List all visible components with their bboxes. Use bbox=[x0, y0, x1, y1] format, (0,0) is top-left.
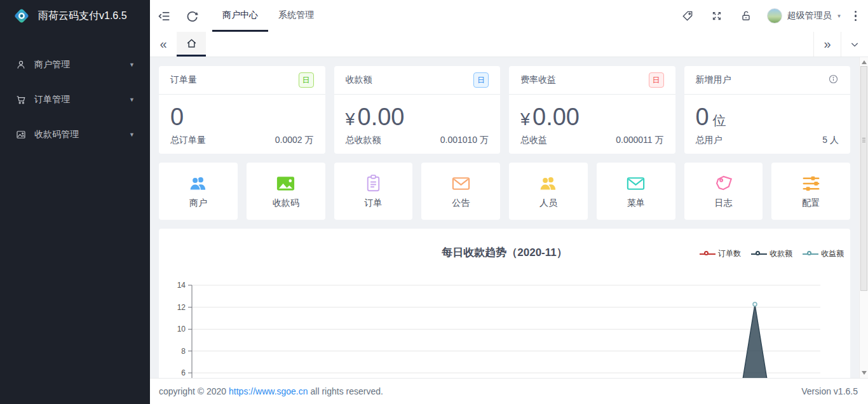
fullscreen-icon[interactable] bbox=[702, 0, 731, 32]
sidebar-item-label: 商户管理 bbox=[34, 59, 129, 71]
tab-merchant-center[interactable]: 商户中心 bbox=[212, 0, 268, 32]
menu-fold-icon[interactable] bbox=[150, 0, 178, 32]
app-title: 雨荷云码支付v1.6.5 bbox=[38, 10, 127, 23]
shortcut-menus[interactable]: 菜单 bbox=[597, 163, 675, 220]
shortcut-settings[interactable]: 配置 bbox=[771, 163, 850, 220]
legend-item-payments[interactable]: 收款额 bbox=[751, 248, 792, 259]
chevron-down-icon: ▼ bbox=[129, 131, 135, 138]
stat-footer-label: 总收款额 bbox=[346, 135, 381, 146]
header: 商户中心 系统管理 超级管理员 ▼ bbox=[150, 0, 868, 32]
image-icon bbox=[275, 174, 296, 193]
tab-home[interactable] bbox=[177, 32, 206, 57]
legend-marker bbox=[803, 251, 818, 257]
shortcut-label: 订单 bbox=[364, 198, 382, 209]
sliders-icon bbox=[801, 174, 822, 193]
pricetag-icon bbox=[713, 174, 734, 193]
trend-chart-plot: 14 12 10 8 6 bbox=[159, 278, 848, 378]
sidebar-item-label: 收款码管理 bbox=[34, 129, 129, 140]
legend-item-income[interactable]: 收益额 bbox=[803, 248, 844, 259]
mail-icon bbox=[625, 174, 646, 193]
shortcut-merchants[interactable]: 商户 bbox=[159, 163, 238, 220]
image-icon bbox=[15, 129, 27, 140]
shortcut-label: 公告 bbox=[452, 198, 470, 209]
cart-icon bbox=[15, 94, 27, 105]
person-icon bbox=[15, 59, 27, 71]
scrollbar-grip bbox=[862, 138, 865, 142]
svg-text:10: 10 bbox=[177, 325, 186, 333]
scroll-down-arrow[interactable] bbox=[862, 371, 867, 375]
chevron-down-icon[interactable] bbox=[841, 32, 868, 57]
user-name: 超级管理员 bbox=[787, 10, 832, 22]
day-badge: 日 bbox=[473, 72, 489, 88]
stat-footer-value: 0.001010 万 bbox=[440, 135, 489, 146]
app-logo-icon bbox=[13, 7, 31, 25]
scrollbar-thumb[interactable] bbox=[860, 66, 867, 291]
sidebar-item-merchant-management[interactable]: 商户管理 ▼ bbox=[0, 47, 150, 82]
shortcut-announcements[interactable]: 公告 bbox=[421, 163, 500, 220]
stat-footer-value: 5 人 bbox=[822, 135, 839, 146]
daily-trend-chart-card: 每日收款趋势（2020-11） 订单数 收款额 收益额 bbox=[159, 229, 850, 378]
copyright-suffix: all rights reserved. bbox=[311, 386, 383, 396]
stat-footer-label: 总订单量 bbox=[170, 135, 206, 146]
footer-link[interactable]: https://www.sgoe.cn bbox=[229, 386, 308, 396]
legend-item-orders[interactable]: 订单数 bbox=[700, 248, 741, 259]
shortcut-row: 商户 收款码 订单 公告 人员 bbox=[159, 163, 850, 220]
stat-card-收款额: 收款额 日 ¥0.00 总收款额 0.001010 万 bbox=[334, 66, 501, 154]
stat-card-new-users: 新增用户 0位 总用户 5 人 bbox=[684, 66, 851, 154]
chart-legend: 订单数 收款额 收益额 bbox=[700, 248, 844, 259]
svg-text:12: 12 bbox=[177, 303, 186, 312]
header-spacer bbox=[324, 0, 673, 32]
main-content: 订单量 日 0 总订单量 0.0002 万 收款额 日 ¥0.00 总收款额 0… bbox=[150, 57, 859, 378]
pricetag-icon[interactable] bbox=[673, 0, 702, 32]
chevrons-left-icon[interactable]: « bbox=[150, 32, 177, 57]
user-menu[interactable]: 超级管理员 ▼ bbox=[761, 0, 848, 32]
clipboard-icon bbox=[363, 174, 384, 193]
legend-marker bbox=[700, 251, 715, 257]
sidebar-item-qrcode-management[interactable]: 收款码管理 ▼ bbox=[0, 117, 150, 152]
chevron-down-icon: ▼ bbox=[129, 97, 135, 103]
stat-footer-value: 0.000011 万 bbox=[616, 135, 663, 146]
shortcut-qrcode[interactable]: 收款码 bbox=[247, 163, 325, 220]
copyright-text: copyright © 2020 bbox=[159, 386, 226, 396]
tab-system-management[interactable]: 系统管理 bbox=[268, 0, 324, 32]
stat-title: 新增用户 bbox=[696, 74, 731, 86]
mail-icon bbox=[451, 174, 471, 193]
header-nav-tabs: 商户中心 系统管理 bbox=[212, 0, 324, 32]
shortcut-orders[interactable]: 订单 bbox=[334, 163, 413, 220]
shortcut-staff[interactable]: 人员 bbox=[509, 163, 588, 220]
sidebar-item-label: 订单管理 bbox=[34, 94, 129, 105]
sidebar-item-order-management[interactable]: 订单管理 ▼ bbox=[0, 82, 150, 117]
stat-card-orders: 订单量 日 0 总订单量 0.0002 万 bbox=[159, 66, 325, 154]
chevron-down-icon: ▼ bbox=[837, 13, 842, 19]
avatar bbox=[767, 8, 782, 24]
app-logo-row: 雨荷云码支付v1.6.5 bbox=[0, 0, 150, 32]
data-spike-area bbox=[742, 304, 768, 378]
more-vertical-icon[interactable] bbox=[848, 11, 868, 22]
home-icon bbox=[186, 37, 198, 50]
shortcut-logs[interactable]: 日志 bbox=[684, 163, 763, 220]
version-label: Version v1.6.5 bbox=[801, 386, 858, 396]
chevron-down-icon: ▼ bbox=[129, 62, 135, 68]
shortcut-label: 菜单 bbox=[627, 198, 645, 209]
stat-value: ¥0.00 bbox=[334, 95, 501, 130]
scroll-up-arrow[interactable] bbox=[862, 60, 867, 64]
day-badge: 日 bbox=[649, 72, 664, 88]
stat-card-fee-income: 费率收益 日 ¥0.00 总收益 0.000011 万 bbox=[509, 66, 675, 154]
shortcut-label: 人员 bbox=[539, 198, 557, 209]
stat-title: 费率收益 bbox=[520, 74, 556, 86]
day-badge: 日 bbox=[299, 72, 314, 88]
stat-title: 收款额 bbox=[346, 74, 372, 86]
unlock-icon[interactable] bbox=[731, 0, 761, 32]
svg-text:14: 14 bbox=[177, 281, 186, 290]
shortcut-label: 配置 bbox=[802, 198, 820, 209]
info-circle-icon[interactable] bbox=[828, 74, 839, 87]
sidebar-menu: 商户管理 ▼ 订单管理 ▼ 收款码管理 ▼ bbox=[0, 32, 150, 152]
vertical-scrollbar[interactable] bbox=[859, 57, 868, 378]
footer: copyright © 2020 https://www.sgoe.cn all… bbox=[150, 378, 868, 404]
chevrons-right-icon[interactable]: » bbox=[814, 32, 841, 57]
users-icon bbox=[187, 174, 208, 193]
stat-footer-label: 总用户 bbox=[696, 135, 722, 146]
refresh-icon[interactable] bbox=[178, 0, 206, 32]
stat-title: 订单量 bbox=[170, 74, 197, 86]
tab-bar-spacer bbox=[206, 32, 813, 57]
